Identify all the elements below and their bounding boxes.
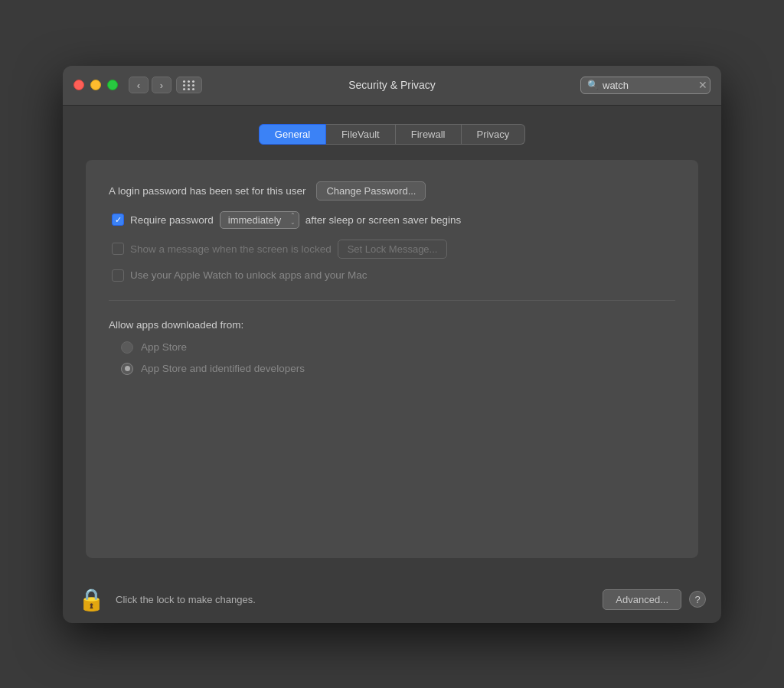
title-bar: ‹ › Security & Privacy 🔍 ✕: [63, 66, 721, 106]
bottom-bar: 🔒 Click the lock to make changes. Advanc…: [63, 576, 721, 623]
search-clear-button[interactable]: ✕: [698, 80, 707, 90]
app-store-radio[interactable]: [121, 341, 133, 354]
require-password-label: Require password: [130, 214, 214, 226]
search-bar[interactable]: 🔍 ✕: [580, 77, 710, 94]
app-store-identified-label: App Store and identified developers: [141, 363, 305, 374]
close-button[interactable]: [74, 80, 84, 90]
lock-message-row: Show a message when the screen is locked…: [112, 240, 675, 259]
traffic-lights: [74, 80, 118, 90]
app-store-identified-radio-option: App Store and identified developers: [121, 363, 675, 375]
after-sleep-label: after sleep or screen saver begins: [305, 214, 461, 226]
immediately-dropdown-wrapper: immediately: [220, 211, 299, 229]
set-lock-message-button[interactable]: Set Lock Message...: [338, 240, 448, 259]
immediately-dropdown[interactable]: immediately: [220, 211, 299, 229]
password-section: A login password has been set for this u…: [109, 181, 675, 301]
lock-label: Click the lock to make changes.: [116, 594, 256, 605]
content-area: General FileVault Firewall Privacy A log…: [63, 106, 721, 576]
login-password-label: A login password has been set for this u…: [109, 185, 305, 197]
tab-general[interactable]: General: [259, 124, 326, 145]
advanced-button[interactable]: Advanced...: [603, 589, 681, 610]
bottom-right-actions: Advanced... ?: [603, 589, 706, 610]
search-input[interactable]: [603, 80, 694, 91]
main-window: ‹ › Security & Privacy 🔍 ✕ General FileV…: [63, 66, 721, 623]
tab-bar: General FileVault Firewall Privacy: [86, 124, 698, 145]
require-password-row: ✓ Require password immediately after sle…: [112, 211, 675, 229]
tab-filevault[interactable]: FileVault: [326, 124, 396, 145]
forward-button[interactable]: ›: [152, 77, 172, 93]
login-password-row: A login password has been set for this u…: [109, 181, 675, 201]
grid-view-button[interactable]: [176, 77, 202, 93]
settings-panel: A login password has been set for this u…: [86, 160, 698, 558]
tab-privacy[interactable]: Privacy: [462, 124, 526, 145]
require-password-checkbox[interactable]: ✓: [112, 214, 124, 226]
nav-buttons: ‹ ›: [129, 77, 172, 93]
maximize-button[interactable]: [107, 80, 118, 90]
apple-watch-checkbox[interactable]: [112, 269, 124, 282]
minimize-button[interactable]: [90, 80, 101, 90]
tab-firewall[interactable]: Firewall: [396, 124, 462, 145]
lock-icon[interactable]: 🔒: [78, 587, 105, 612]
checkmark-icon: ✓: [115, 216, 122, 224]
apple-watch-label: Use your Apple Watch to unlock apps and …: [130, 269, 367, 281]
app-store-radio-option: App Store: [121, 341, 675, 354]
lock-message-label: Show a message when the screen is locked: [130, 243, 332, 255]
apps-section: Allow apps downloaded from: App Store Ap…: [109, 301, 675, 375]
lock-message-checkbox[interactable]: [112, 243, 124, 255]
apple-watch-row: Use your Apple Watch to unlock apps and …: [112, 269, 675, 282]
window-title: Security & Privacy: [348, 79, 436, 91]
change-password-button[interactable]: Change Password...: [316, 181, 426, 201]
app-store-identified-radio[interactable]: [121, 363, 133, 375]
app-store-label: App Store: [141, 341, 187, 353]
search-icon: 🔍: [587, 80, 599, 90]
help-button[interactable]: ?: [689, 591, 706, 608]
back-button[interactable]: ‹: [129, 77, 149, 93]
allow-apps-label: Allow apps downloaded from:: [109, 319, 675, 331]
